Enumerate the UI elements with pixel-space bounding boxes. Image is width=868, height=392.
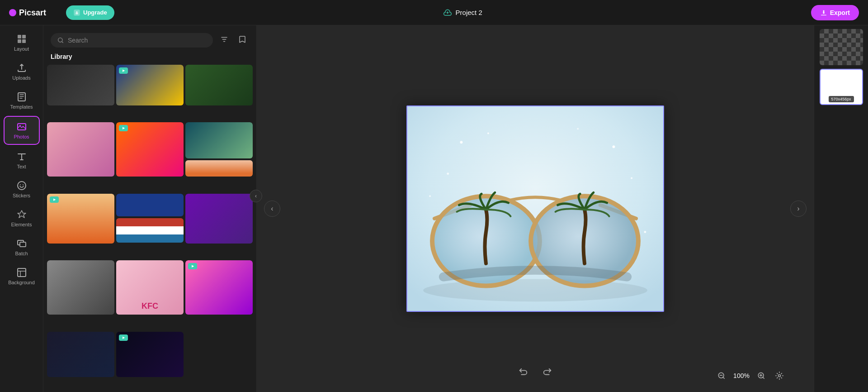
sidebar-item-photos[interactable]: Photos	[4, 116, 40, 145]
list-item[interactable]	[116, 332, 184, 392]
list-item[interactable]	[185, 65, 253, 120]
next-page-button[interactable]: ›	[790, 201, 807, 217]
sidebar-item-uploads[interactable]: Uploads	[4, 58, 40, 85]
list-item[interactable]	[185, 122, 253, 191]
redo-button[interactable]	[539, 363, 556, 383]
main-area: Layout Uploads Templates Photos	[0, 25, 868, 392]
search-bar[interactable]	[51, 33, 213, 48]
zoom-in-button[interactable]	[754, 368, 769, 383]
list-item[interactable]	[116, 122, 184, 191]
topbar-left: Picsart Upgrade	[9, 5, 114, 20]
svg-point-0	[9, 9, 16, 16]
search-input[interactable]	[68, 37, 207, 44]
svg-point-23	[612, 145, 615, 148]
svg-point-27	[644, 231, 646, 233]
canvas-wrapper	[406, 105, 664, 312]
svg-rect-4	[18, 35, 21, 38]
upgrade-icon	[73, 9, 80, 16]
settings-icon	[775, 371, 784, 380]
zoom-out-icon	[717, 371, 726, 380]
canvas-settings-button[interactable]	[772, 368, 787, 383]
sidebar-item-layout[interactable]: Layout	[4, 29, 40, 56]
svg-point-13	[23, 184, 24, 185]
list-item[interactable]	[47, 122, 114, 191]
export-icon	[820, 9, 827, 16]
svg-point-24	[631, 177, 632, 179]
svg-point-28	[423, 279, 647, 302]
list-item[interactable]: KFC	[116, 260, 184, 330]
bookmark-icon	[238, 35, 246, 43]
upload-icon	[16, 62, 27, 73]
sidebar-item-elements[interactable]: Elements	[4, 205, 40, 232]
search-icon	[57, 37, 64, 44]
undo-button[interactable]	[514, 363, 532, 383]
zoom-out-button[interactable]	[714, 368, 729, 383]
svg-point-12	[20, 184, 21, 185]
background-icon	[16, 267, 27, 278]
svg-rect-17	[18, 268, 26, 277]
project-name: Project 2	[456, 9, 482, 16]
svg-text:Picsart: Picsart	[19, 8, 46, 17]
thumbnail-1[interactable]	[820, 29, 863, 65]
svg-rect-5	[22, 35, 26, 38]
zoom-level: 100%	[732, 372, 750, 379]
thumbnail-2[interactable]: 570x456px	[820, 69, 863, 105]
svg-point-26	[429, 195, 431, 197]
svg-point-20	[460, 141, 462, 143]
svg-point-33	[778, 375, 781, 377]
bookmark-button[interactable]	[236, 33, 249, 48]
library-label: Library	[43, 53, 256, 65]
sidebar-item-templates[interactable]: Templates	[4, 87, 40, 114]
zoom-controls: 100%	[714, 368, 787, 383]
undo-icon	[518, 367, 528, 377]
prev-page-button[interactable]: ‹	[264, 201, 280, 217]
canvas-image	[407, 106, 663, 311]
canvas-area: ‹	[257, 25, 814, 392]
cloud-icon	[443, 8, 452, 17]
sidebar-item-batch[interactable]: Batch	[4, 234, 40, 261]
logo: Picsart	[9, 5, 59, 20]
upgrade-button[interactable]: Upgrade	[66, 5, 114, 20]
svg-rect-15	[20, 242, 26, 247]
redo-icon	[542, 367, 552, 377]
elements-icon	[16, 209, 27, 220]
export-button[interactable]: Export	[811, 5, 859, 20]
thumbnail-size-label: 570x456px	[828, 96, 854, 102]
list-item[interactable]	[185, 194, 253, 258]
svg-point-22	[447, 172, 449, 175]
svg-rect-8	[18, 93, 25, 101]
photo-icon	[16, 121, 27, 132]
canvas-svg	[407, 106, 663, 311]
filter-icon	[220, 35, 228, 43]
svg-point-21	[487, 132, 489, 134]
panel-header	[43, 25, 256, 53]
list-item[interactable]	[47, 194, 114, 258]
sticker-icon	[16, 180, 27, 191]
svg-point-25	[577, 128, 579, 130]
list-item[interactable]	[116, 65, 184, 120]
zoom-in-icon	[757, 371, 766, 380]
sidebar-item-background[interactable]: Background	[4, 263, 40, 290]
svg-rect-7	[22, 39, 26, 43]
text-icon	[16, 151, 27, 162]
sidebar-item-stickers[interactable]: Stickers	[4, 176, 40, 203]
right-panel: 570x456px	[814, 25, 868, 392]
photo-grid: KFC	[43, 65, 256, 392]
topbar: Picsart Upgrade Project 2 Export	[0, 0, 868, 25]
sidebar-item-text[interactable]: Text	[4, 147, 40, 174]
filter-button[interactable]	[217, 33, 231, 48]
list-item[interactable]	[185, 260, 253, 330]
list-item[interactable]	[47, 260, 114, 330]
list-item[interactable]	[47, 65, 114, 120]
svg-point-11	[18, 182, 26, 190]
list-item[interactable]	[47, 332, 114, 392]
photos-panel: Library	[43, 25, 257, 392]
batch-icon	[16, 238, 27, 249]
grid-icon	[16, 33, 27, 44]
topbar-center: Project 2	[443, 8, 482, 17]
list-item[interactable]	[116, 194, 184, 258]
list-item[interactable]	[185, 332, 253, 392]
book-icon	[16, 91, 27, 102]
panel-collapse-button[interactable]: ‹	[250, 190, 262, 202]
bottom-toolbar	[514, 363, 556, 383]
